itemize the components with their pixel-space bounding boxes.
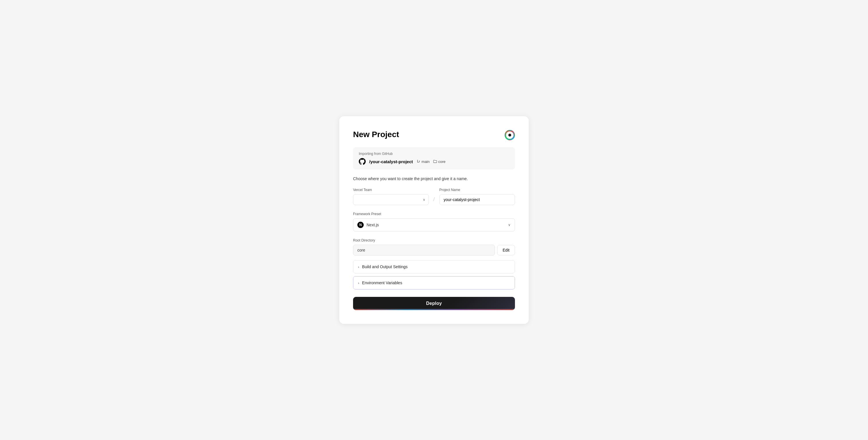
team-project-row: Vercel Team ∨ / Project Name (353, 188, 515, 205)
description-text: Choose where you want to create the proj… (353, 176, 515, 181)
github-import-row: /your-catalyst-project main core (359, 158, 509, 165)
framework-section: Framework Preset N Next.js ∨ (353, 212, 515, 232)
env-vars-label: Environment Variables (362, 280, 402, 285)
framework-label: Framework Preset (353, 212, 515, 216)
build-settings-header[interactable]: › Build and Output Settings (353, 261, 515, 273)
folder-icon (433, 160, 437, 164)
build-settings-label: Build and Output Settings (362, 265, 408, 269)
vercel-team-select[interactable] (353, 194, 429, 205)
env-vars-header[interactable]: › Environment Variables (353, 276, 515, 289)
project-name-input[interactable] (439, 194, 515, 205)
edit-button[interactable]: Edit (497, 245, 515, 255)
github-icon (359, 158, 366, 165)
framework-value: Next.js (367, 223, 505, 227)
new-project-card: New Project Importing from GitHub /your-… (339, 116, 529, 324)
avatar (505, 130, 515, 140)
folder-name: core (438, 160, 445, 164)
page-title: New Project (353, 130, 399, 139)
avatar-inner (506, 131, 514, 139)
nextjs-icon: N (358, 222, 364, 228)
root-dir-label: Root Directory (353, 238, 515, 242)
deploy-button[interactable]: Deploy (353, 297, 515, 310)
build-settings-section: › Build and Output Settings (353, 260, 515, 273)
branch-icon (416, 160, 421, 164)
divider: / (433, 191, 435, 203)
vercel-team-select-wrapper[interactable]: ∨ (353, 194, 429, 205)
repo-name: /your-catalyst-project (369, 159, 413, 164)
folder-badge: core (433, 160, 445, 164)
github-import-label: Importing from GitHub (359, 152, 509, 156)
github-import-box: Importing from GitHub /your-catalyst-pro… (353, 147, 515, 170)
chevron-down-icon: ∨ (508, 223, 510, 227)
env-vars-section: › Environment Variables (353, 276, 515, 290)
branch-badge: main (416, 160, 430, 164)
project-name-group: Project Name (439, 188, 515, 205)
root-directory-section: Root Directory Edit (353, 238, 515, 256)
root-dir-row: Edit (353, 245, 515, 256)
framework-select-wrapper: N Next.js ∨ (353, 218, 515, 232)
framework-select[interactable]: N Next.js ∨ (353, 218, 515, 232)
avatar-dot (508, 133, 512, 137)
chevron-right-icon: › (358, 265, 359, 269)
root-dir-input[interactable] (353, 245, 495, 256)
chevron-right-icon: › (358, 281, 359, 285)
project-name-label: Project Name (439, 188, 515, 192)
vercel-team-group: Vercel Team ∨ (353, 188, 429, 205)
vercel-team-label: Vercel Team (353, 188, 429, 192)
branch-name: main (422, 160, 430, 164)
card-header: New Project (353, 130, 515, 140)
